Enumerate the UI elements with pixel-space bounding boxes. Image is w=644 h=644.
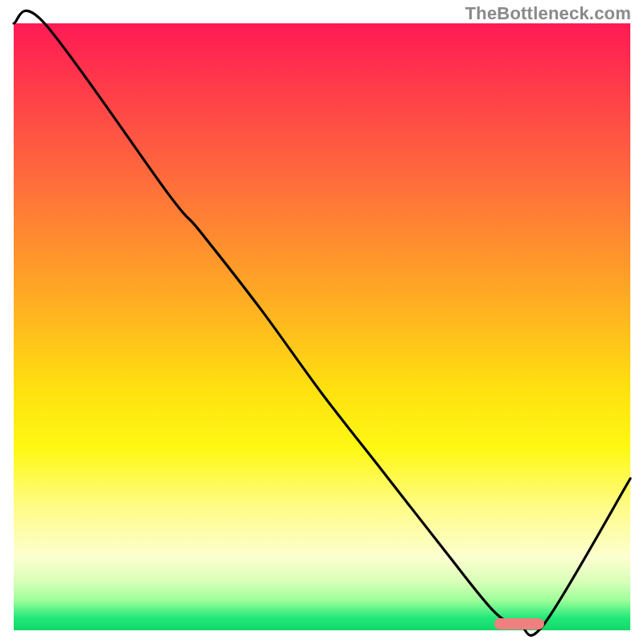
watermark-text: TheBottleneck.com [465,3,631,24]
chart-container: TheBottleneck.com [0,0,644,644]
bottleneck-curve [14,10,630,635]
curve-layer [14,23,630,630]
optimal-marker [494,618,543,630]
